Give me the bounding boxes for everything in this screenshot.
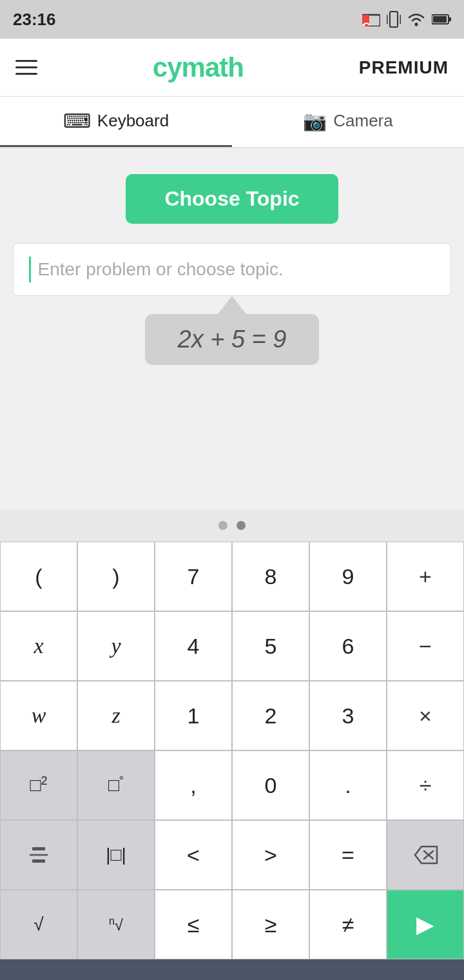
main-content: Choose Topic Enter problem or choose top… [0, 148, 464, 509]
key-degree[interactable]: □° [77, 750, 155, 820]
svg-rect-7 [449, 17, 451, 21]
svg-point-2 [362, 24, 365, 26]
svg-rect-10 [32, 859, 45, 863]
status-bar: 23:16 [0, 0, 464, 39]
key-row-4: □2 □° , 0 . ÷ [0, 750, 464, 820]
degree-icon: □° [108, 774, 124, 796]
key-comma[interactable]: , [155, 750, 232, 820]
premium-label[interactable]: PREMIUM [359, 57, 449, 78]
dot-1 [218, 521, 227, 530]
key-w[interactable]: w [0, 681, 77, 750]
svg-rect-3 [390, 12, 398, 27]
key-lte[interactable]: ≤ [155, 890, 232, 959]
key-less-than[interactable]: < [155, 820, 232, 890]
keyboard: ( ) 7 8 9 + x y 4 5 6 − w z 1 2 3 × □2 □… [0, 542, 464, 959]
camera-icon: 📷 [303, 110, 327, 132]
vibrate-icon [387, 11, 401, 28]
key-5[interactable]: 5 [232, 611, 309, 681]
tab-camera-label: Camera [333, 111, 392, 131]
squared-icon: □2 [30, 774, 48, 796]
status-icons [362, 11, 451, 28]
key-fraction[interactable] [0, 820, 77, 890]
keyboard-icon: ⌨ [63, 110, 91, 132]
key-2[interactable]: 2 [232, 681, 309, 750]
key-row-5: |□| < > = [0, 820, 464, 890]
key-plus[interactable]: + [387, 542, 464, 611]
key-divide[interactable]: ÷ [387, 750, 464, 820]
key-multiply[interactable]: × [387, 681, 464, 750]
key-row-2: x y 4 5 6 − [0, 611, 464, 681]
key-8[interactable]: 8 [232, 542, 309, 611]
top-nav: cymath PREMIUM [0, 39, 464, 97]
key-9[interactable]: 9 [309, 542, 387, 611]
key-dot[interactable]: . [309, 750, 387, 820]
key-6[interactable]: 6 [309, 611, 387, 681]
key-sqrt[interactable]: √ [0, 890, 77, 959]
key-3[interactable]: 3 [309, 681, 387, 750]
key-close-paren[interactable]: ) [77, 542, 155, 611]
key-minus[interactable]: − [387, 611, 464, 681]
key-row-1: ( ) 7 8 9 + [0, 542, 464, 611]
key-backspace[interactable] [387, 820, 464, 890]
key-not-equal[interactable]: ≠ [309, 890, 387, 959]
key-4[interactable]: 4 [155, 611, 232, 681]
key-row-3: w z 1 2 3 × [0, 681, 464, 750]
key-row-6: √ n√ ≤ ≥ ≠ ▶ [0, 890, 464, 959]
key-greater-than[interactable]: > [232, 820, 309, 890]
key-y[interactable]: y [77, 611, 155, 681]
battery-icon [432, 14, 451, 25]
tab-camera[interactable]: 📷 Camera [232, 97, 464, 147]
key-enter[interactable]: ▶ [387, 890, 464, 959]
status-time: 23:16 [13, 10, 56, 30]
problem-input-wrapper[interactable]: Enter problem or choose topic. [13, 243, 451, 296]
nav-recents-button[interactable] [367, 972, 406, 980]
choose-topic-button[interactable]: Choose Topic [126, 174, 338, 224]
key-squared[interactable]: □2 [0, 750, 77, 820]
key-abs[interactable]: |□| [77, 820, 155, 890]
nav-home-button[interactable] [213, 972, 251, 980]
key-open-paren[interactable]: ( [0, 542, 77, 611]
text-cursor [29, 257, 31, 282]
hamburger-menu[interactable] [15, 60, 37, 75]
key-gte[interactable]: ≥ [232, 890, 309, 959]
key-z[interactable]: z [77, 681, 155, 750]
svg-rect-8 [32, 847, 45, 850]
key-0[interactable]: 0 [232, 750, 309, 820]
svg-point-4 [415, 23, 418, 26]
formula-example: 2x + 5 = 9 [145, 314, 318, 365]
key-1[interactable]: 1 [155, 681, 232, 750]
key-x[interactable]: x [0, 611, 77, 681]
fraction-icon [27, 843, 50, 867]
tab-bar: ⌨ Keyboard 📷 Camera [0, 97, 464, 148]
logo: cymath [153, 52, 244, 83]
nav-back-button[interactable] [58, 972, 97, 980]
key-nth-root[interactable]: n√ [77, 890, 155, 959]
svg-rect-6 [433, 16, 447, 23]
formula-text: 2x + 5 = 9 [177, 326, 286, 353]
input-placeholder: Enter problem or choose topic. [37, 259, 283, 279]
cast-icon [362, 12, 380, 26]
tab-keyboard-label: Keyboard [97, 111, 169, 131]
bottom-nav [0, 959, 464, 980]
key-7[interactable]: 7 [155, 542, 232, 611]
key-equals[interactable]: = [309, 820, 387, 890]
tooltip-arrow [218, 296, 246, 314]
nth-root-icon: n√ [109, 916, 123, 934]
tab-keyboard[interactable]: ⌨ Keyboard [0, 97, 232, 147]
dot-2 [237, 521, 246, 530]
pagination-dots [0, 509, 464, 542]
wifi-icon [407, 12, 425, 26]
backspace-icon [412, 845, 438, 865]
